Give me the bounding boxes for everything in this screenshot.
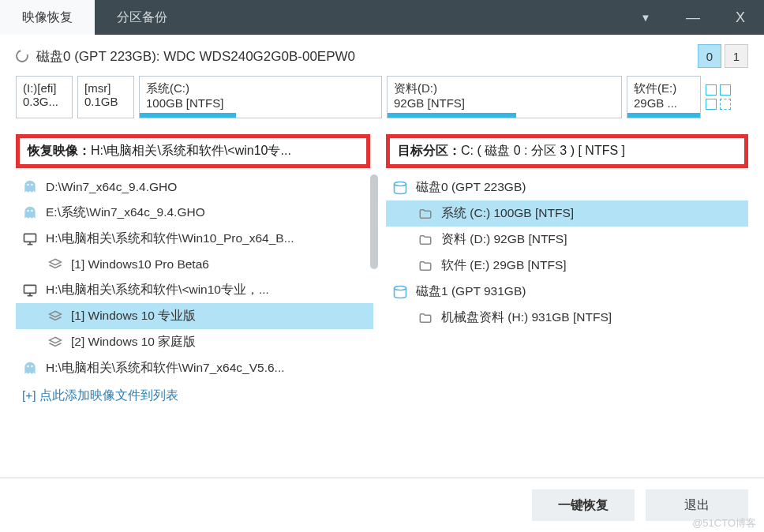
svg-marker-7 bbox=[50, 311, 62, 317]
layers-icon bbox=[47, 335, 63, 350]
list-item[interactable]: 磁盘0 (GPT 223GB) bbox=[386, 174, 748, 200]
list-item[interactable]: H:\电脑相关\系统和软件\<win10专业，... bbox=[16, 277, 373, 303]
watermark: @51CTO博客 bbox=[692, 516, 756, 530]
partition-size: 100GB [NTFS] bbox=[146, 96, 375, 110]
view-toggle-icon[interactable] bbox=[706, 99, 717, 110]
list-item[interactable]: H:\电脑相关\系统和软件\Win10_Pro_x64_B... bbox=[16, 226, 373, 252]
folder-icon bbox=[418, 206, 433, 222]
source-header-label: 恢复映像： bbox=[28, 144, 91, 157]
disk-select-1[interactable]: 1 bbox=[725, 44, 748, 68]
partition-tree[interactable]: 磁盘0 (GPT 223GB)系统 (C:) 100GB [NTFS]资料 (D… bbox=[386, 174, 748, 478]
ghost-icon bbox=[22, 205, 38, 221]
list-item-label: 软件 (E:) 29GB [NTFS] bbox=[441, 257, 567, 274]
partition-view-toggles bbox=[706, 76, 732, 118]
tab-image-restore[interactable]: 映像恢复 bbox=[0, 0, 95, 35]
monitor-icon bbox=[22, 231, 38, 247]
main-area: 恢复映像：H:\电脑相关\系统和软件\<win10专... D:\Win7_x6… bbox=[0, 126, 764, 478]
source-header-value: H:\电脑相关\系统和软件\<win10专... bbox=[91, 144, 291, 157]
partition-label: (I:)[efi] bbox=[23, 81, 66, 95]
disk-title: 磁盘0 (GPT 223GB): WDC WDS240G2G0B-00EPW0 bbox=[36, 47, 690, 66]
footer: 一键恢复 退出 bbox=[0, 478, 764, 532]
view-toggle-icon[interactable] bbox=[720, 84, 731, 96]
refresh-icon[interactable] bbox=[13, 47, 31, 65]
list-item-label: 机械盘资料 (H:) 931GB [NTFS] bbox=[441, 309, 612, 326]
partition-efi[interactable]: (I:)[efi] 0.3G... bbox=[16, 76, 73, 118]
list-item[interactable]: [1] Windows10 Pro Beta6 bbox=[16, 252, 373, 277]
target-partition-panel: 目标分区：C: ( 磁盘 0 : 分区 3 ) [ NTFS ] 磁盘0 (GP… bbox=[378, 134, 764, 478]
list-item-label: E:\系统\Win7_x64c_9.4.GHO bbox=[46, 204, 205, 221]
list-item-label: 磁盘0 (GPT 223GB) bbox=[416, 179, 526, 196]
partition-size: 92GB [NTFS] bbox=[394, 96, 615, 110]
titlebar-dropdown-button[interactable]: ▼ bbox=[622, 0, 669, 35]
partition-size: 29GB ... bbox=[634, 96, 694, 110]
add-image-link[interactable]: [+] 点此添加映像文件到列表 bbox=[16, 381, 373, 410]
partition-bar: (I:)[efi] 0.3G... [msr] 0.1GB 系统(C:) 100… bbox=[0, 76, 764, 126]
list-item-label: [1] Windows 10 专业版 bbox=[71, 308, 196, 324]
disk-header: 磁盘0 (GPT 223GB): WDC WDS240G2G0B-00EPW0 … bbox=[0, 35, 764, 76]
partition-label: [msr] bbox=[84, 81, 127, 95]
close-button[interactable]: X bbox=[717, 0, 764, 35]
disk-icon bbox=[392, 180, 408, 196]
view-toggle-icon[interactable] bbox=[706, 84, 717, 96]
partition-size: 0.3G... bbox=[23, 95, 66, 108]
list-item[interactable]: 系统 (C:) 100GB [NTFS] bbox=[386, 200, 748, 227]
list-item-label: H:\电脑相关\系统和软件\Win10_Pro_x64_B... bbox=[46, 230, 294, 247]
tab-partition-backup[interactable]: 分区备份 bbox=[95, 0, 189, 35]
list-item-label: D:\Win7_x64c_9.4.GHO bbox=[46, 180, 177, 194]
svg-marker-8 bbox=[50, 337, 62, 343]
target-partition-header: 目标分区：C: ( 磁盘 0 : 分区 3 ) [ NTFS ] bbox=[386, 134, 748, 168]
target-header-value: C: ( 磁盘 0 : 分区 3 ) [ NTFS ] bbox=[461, 144, 625, 157]
monitor-icon bbox=[22, 283, 38, 298]
list-item-label: H:\电脑相关\系统和软件\<win10专业，... bbox=[46, 282, 269, 298]
partition-label: 资料(D:) bbox=[394, 81, 615, 96]
list-item[interactable]: 软件 (E:) 29GB [NTFS] bbox=[386, 253, 748, 279]
one-click-restore-button[interactable]: 一键恢复 bbox=[532, 489, 635, 521]
partition-usage-bar bbox=[627, 113, 700, 118]
list-item-label: [2] Windows 10 家庭版 bbox=[71, 334, 196, 350]
disk-icon bbox=[392, 284, 408, 300]
list-item[interactable]: 机械盘资料 (H:) 931GB [NTFS] bbox=[386, 305, 748, 331]
svg-rect-0 bbox=[24, 234, 36, 242]
list-item-label: 磁盘1 (GPT 931GB) bbox=[416, 283, 526, 300]
list-item-label: [1] Windows10 Pro Beta6 bbox=[71, 257, 209, 272]
list-item-label: 系统 (C:) 100GB [NTFS] bbox=[441, 205, 574, 222]
svg-rect-4 bbox=[24, 285, 36, 293]
svg-point-10 bbox=[395, 286, 406, 290]
source-image-header: 恢复映像：H:\电脑相关\系统和软件\<win10专... bbox=[16, 134, 370, 168]
partition-d[interactable]: 资料(D:) 92GB [NTFS] bbox=[387, 76, 622, 118]
svg-point-9 bbox=[395, 182, 406, 185]
scrollbar-thumb[interactable] bbox=[370, 174, 378, 269]
view-toggle-icon[interactable] bbox=[720, 99, 731, 110]
partition-label: 系统(C:) bbox=[146, 81, 375, 96]
source-image-panel: 恢复映像：H:\电脑相关\系统和软件\<win10专... D:\Win7_x6… bbox=[0, 134, 378, 478]
list-item[interactable]: D:\Win7_x64c_9.4.GHO bbox=[16, 174, 373, 200]
list-item-label: H:\电脑相关\系统和软件\Win7_x64c_V5.6... bbox=[46, 360, 285, 377]
ghost-icon bbox=[22, 179, 38, 195]
partition-e[interactable]: 软件(E:) 29GB ... bbox=[627, 76, 701, 118]
folder-icon bbox=[418, 232, 433, 248]
folder-icon bbox=[418, 258, 433, 274]
partition-usage-bar bbox=[388, 113, 516, 118]
partition-c[interactable]: 系统(C:) 100GB [NTFS] bbox=[139, 76, 382, 118]
layers-icon bbox=[47, 257, 63, 272]
partition-msr[interactable]: [msr] 0.1GB bbox=[77, 76, 134, 118]
list-item[interactable]: 资料 (D:) 92GB [NTFS] bbox=[386, 227, 748, 253]
title-bar: 映像恢复 分区备份 ▼ — X bbox=[0, 0, 764, 35]
target-header-label: 目标分区： bbox=[398, 144, 461, 157]
list-item[interactable]: [2] Windows 10 家庭版 bbox=[16, 329, 373, 355]
list-item-label: 资料 (D:) 92GB [NTFS] bbox=[441, 231, 567, 248]
minimize-button[interactable]: — bbox=[669, 0, 717, 35]
list-item[interactable]: [1] Windows 10 专业版 bbox=[16, 303, 373, 329]
partition-label: 软件(E:) bbox=[634, 81, 694, 96]
list-item[interactable]: H:\电脑相关\系统和软件\Win7_x64c_V5.6... bbox=[16, 355, 373, 381]
disk-select-0[interactable]: 0 bbox=[698, 44, 721, 68]
disk-selector: 0 1 bbox=[698, 44, 748, 68]
list-item[interactable]: E:\系统\Win7_x64c_9.4.GHO bbox=[16, 200, 373, 226]
partition-size: 0.1GB bbox=[84, 95, 127, 108]
ghost-icon bbox=[22, 361, 38, 377]
partition-usage-bar bbox=[140, 113, 236, 118]
folder-icon bbox=[418, 310, 433, 326]
list-item[interactable]: 磁盘1 (GPT 931GB) bbox=[386, 279, 748, 305]
svg-marker-3 bbox=[50, 259, 62, 265]
image-list[interactable]: D:\Win7_x64c_9.4.GHOE:\系统\Win7_x64c_9.4.… bbox=[16, 174, 378, 478]
